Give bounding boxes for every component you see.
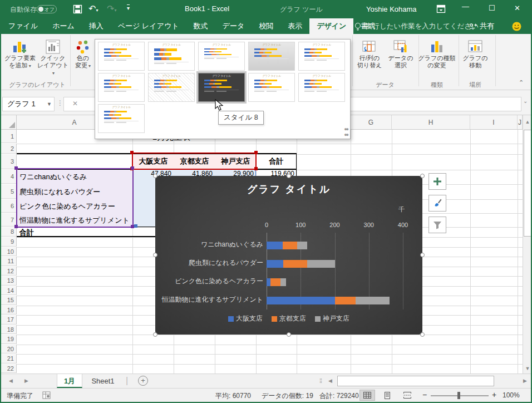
- legend-item-京都支店[interactable]: 京都支店: [272, 314, 306, 323]
- bar-segment-京都支店[interactable]: [283, 260, 307, 268]
- status-average[interactable]: 平均: 60770: [215, 391, 251, 401]
- series-header-range[interactable]: [132, 153, 257, 170]
- gallery-resize-grip[interactable]: ●●●●: [344, 126, 348, 137]
- style-thumbnail-スタイル10[interactable]: グラフ タイトル: [298, 73, 345, 102]
- chart-styles-button[interactable]: [428, 195, 446, 212]
- bar-segment-大阪支店[interactable]: [267, 242, 283, 249]
- style-thumbnail-スタイル1[interactable]: グラフ タイトル: [98, 42, 145, 71]
- redo-icon[interactable]: ↷▾: [107, 3, 116, 14]
- row-header-21[interactable]: 21: [1, 354, 17, 363]
- row-header-9[interactable]: 9: [1, 237, 17, 247]
- range-handle[interactable]: [14, 225, 18, 228]
- bar-segment-大阪支店[interactable]: [267, 278, 270, 286]
- quick-layout-button[interactable]: クイック レイアウト: [37, 36, 69, 77]
- row-header-4[interactable]: 4: [1, 170, 17, 184]
- sheet-tab-1月[interactable]: 1月: [57, 374, 82, 388]
- row-header-10[interactable]: 10: [1, 247, 17, 257]
- row-header-8[interactable]: 8: [1, 227, 17, 237]
- qat-customize-icon[interactable]: ▾: [127, 4, 130, 11]
- select-data-button[interactable]: データの 選択: [385, 36, 416, 69]
- macro-record-icon[interactable]: [42, 391, 51, 399]
- category-label[interactable]: ピンク色に染めるヘアカラー: [157, 277, 263, 286]
- hscroll-right-icon[interactable]: ▶: [523, 378, 527, 384]
- chart-elements-button[interactable]: [428, 173, 446, 190]
- namebox-splitter[interactable]: ⋮: [57, 99, 63, 107]
- view-page-layout-button[interactable]: [380, 390, 395, 401]
- row-header-20[interactable]: 20: [1, 345, 17, 354]
- row-header-18[interactable]: 18: [1, 325, 17, 335]
- view-page-break-button[interactable]: [400, 390, 415, 401]
- category-label[interactable]: 恒温動物に進化するサプリメント: [157, 295, 263, 304]
- tab-splitter[interactable]: ⁞⁞: [319, 377, 322, 384]
- style-thumbnail-スタイル8[interactable]: グラフ タイトル: [198, 73, 245, 102]
- chart-filters-button[interactable]: [428, 217, 446, 233]
- row-header-16[interactable]: 16: [1, 306, 17, 315]
- row-header-22[interactable]: 22: [1, 364, 17, 373]
- bar-segment-神戸支店[interactable]: [280, 278, 286, 286]
- legend-item-神戸支店[interactable]: 神戸支店: [315, 314, 349, 323]
- expand-formula-bar-icon[interactable]: ⌄: [523, 98, 528, 104]
- column-header-I[interactable]: I: [470, 115, 518, 130]
- row-header-19[interactable]: 19: [1, 335, 17, 344]
- scroll-down-icon[interactable]: ▼: [523, 366, 532, 371]
- vertical-scrollbar[interactable]: ▲ ▼: [523, 115, 532, 373]
- chart-title[interactable]: グラフ タイトル: [155, 183, 422, 196]
- chart-selection-handle[interactable]: [153, 332, 157, 337]
- row-header-6[interactable]: 6: [1, 199, 17, 213]
- column-header-G[interactable]: G: [351, 115, 392, 130]
- tab-ページ レイアウト[interactable]: ページ レイアウト: [111, 18, 186, 34]
- row-header-13[interactable]: 13: [1, 276, 17, 286]
- row-header-12[interactable]: 12: [1, 267, 17, 276]
- style-thumbnail-スタイル2[interactable]: グラフ タイトル: [148, 42, 195, 71]
- bar-segment-大阪支店[interactable]: [267, 297, 335, 304]
- tab-デザイン[interactable]: デザイン: [309, 18, 353, 34]
- chart-selection-handle[interactable]: [287, 332, 291, 337]
- bar-segment-神戸支店[interactable]: [297, 242, 307, 249]
- bar-segment-京都支店[interactable]: [283, 242, 297, 249]
- column-header-H[interactable]: H: [392, 115, 470, 130]
- row-header-14[interactable]: 14: [1, 286, 17, 296]
- range-handle[interactable]: [254, 167, 258, 170]
- tab-校閲[interactable]: 校閲: [252, 18, 280, 34]
- tell-me-box[interactable]: 実行したい作業を入力してください: [354, 18, 479, 34]
- cell-e3[interactable]: 合計: [257, 156, 296, 166]
- cancel-icon[interactable]: ✕: [72, 100, 78, 107]
- range-handle[interactable]: [131, 166, 134, 170]
- move-chart-button[interactable]: グラフの 移動: [460, 36, 491, 69]
- bar-segment-京都支店[interactable]: [335, 297, 356, 304]
- minimize-button[interactable]: —: [462, 2, 469, 11]
- bar-segment-神戸支店[interactable]: [356, 297, 390, 304]
- sheet-tab-sheet1[interactable]: Sheet1: [83, 374, 123, 388]
- scroll-up-icon[interactable]: ▲: [523, 115, 532, 129]
- tab-表示[interactable]: 表示: [280, 18, 309, 34]
- style-thumbnail-スタイル11[interactable]: グラフ タイトル: [98, 104, 145, 133]
- name-box[interactable]: グラフ 1 ▼: [2, 97, 55, 111]
- ribbon-display-options-icon[interactable]: [436, 4, 446, 13]
- row-header-17[interactable]: 17: [1, 315, 17, 325]
- row-header-15[interactable]: 15: [1, 296, 17, 305]
- status-count[interactable]: データの個数: 19: [262, 391, 313, 401]
- tab-数式[interactable]: 数式: [186, 18, 215, 34]
- chart[interactable]: グラフ タイトル 千 0100200300400ワニchanぬいぐるみ爬虫類にな…: [155, 176, 422, 335]
- range-handle[interactable]: [254, 151, 258, 154]
- style-thumbnail-スタイル6[interactable]: グラフ タイトル: [98, 73, 145, 102]
- zoom-out-icon[interactable]: −: [422, 390, 427, 399]
- sheet-nav-left-icon[interactable]: ◀: [9, 378, 13, 384]
- share-button[interactable]: 共有: [469, 18, 494, 34]
- row-header-1[interactable]: 1: [1, 130, 17, 143]
- style-thumbnail-スタイル4[interactable]: グラフ タイトル: [248, 42, 295, 71]
- stacked-bar[interactable]: [267, 278, 286, 286]
- vertical-scroll-thumb[interactable]: [524, 130, 531, 237]
- close-button[interactable]: ✕: [514, 4, 520, 12]
- chart-legend[interactable]: 大阪支店京都支店神戸支店: [155, 314, 422, 323]
- stacked-bar[interactable]: [267, 297, 390, 304]
- change-colors-button[interactable]: 色の 変更: [71, 36, 95, 70]
- row-header-2[interactable]: 2: [1, 144, 17, 154]
- namebox-caret-icon[interactable]: ▼: [47, 97, 52, 111]
- chart-selection-handle[interactable]: [420, 332, 425, 337]
- zoom-level[interactable]: 100%: [503, 391, 520, 399]
- chart-selection-handle[interactable]: [420, 253, 425, 257]
- undo-icon[interactable]: ↶▾: [88, 3, 98, 14]
- chart-selection-handle[interactable]: [287, 174, 291, 178]
- style-thumbnail-スタイル7[interactable]: グラフ タイトル: [148, 73, 195, 102]
